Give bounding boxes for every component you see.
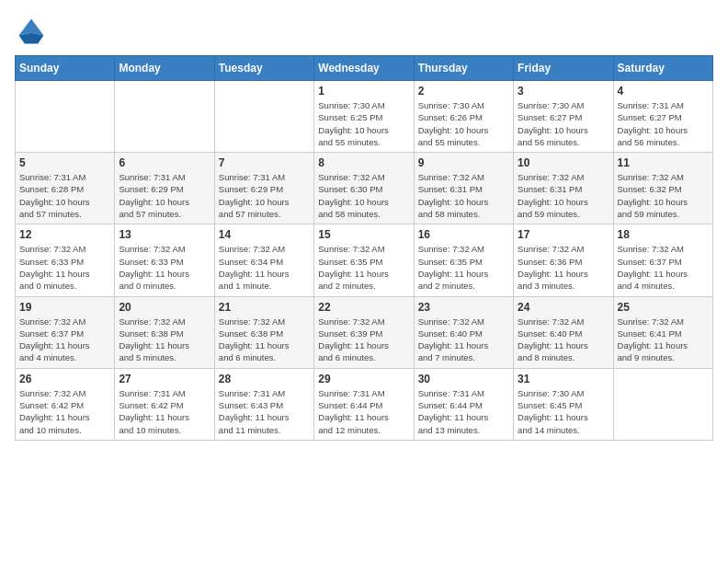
day-number: 5 [19, 156, 110, 169]
calendar-header-friday: Friday [514, 56, 613, 81]
day-number: 12 [19, 228, 110, 241]
calendar-cell [613, 368, 712, 440]
calendar-cell: 18Sunrise: 7:32 AM Sunset: 6:37 PM Dayli… [613, 224, 712, 296]
day-info: Sunrise: 7:31 AM Sunset: 6:28 PM Dayligh… [19, 171, 110, 220]
calendar-week-row: 12Sunrise: 7:32 AM Sunset: 6:33 PM Dayli… [16, 224, 713, 296]
calendar-cell: 17Sunrise: 7:32 AM Sunset: 6:36 PM Dayli… [514, 224, 613, 296]
calendar-cell: 21Sunrise: 7:32 AM Sunset: 6:38 PM Dayli… [214, 296, 313, 368]
day-number: 13 [119, 228, 210, 241]
calendar-cell: 28Sunrise: 7:31 AM Sunset: 6:43 PM Dayli… [214, 368, 313, 440]
calendar-cell: 24Sunrise: 7:32 AM Sunset: 6:40 PM Dayli… [514, 296, 613, 368]
day-number: 29 [318, 373, 409, 385]
day-number: 1 [318, 85, 409, 98]
calendar-cell: 25Sunrise: 7:32 AM Sunset: 6:41 PM Dayli… [613, 296, 712, 368]
calendar-cell: 20Sunrise: 7:32 AM Sunset: 6:38 PM Dayli… [115, 296, 214, 368]
logo [15, 15, 53, 48]
day-info: Sunrise: 7:32 AM Sunset: 6:31 PM Dayligh… [418, 171, 509, 220]
calendar-cell: 23Sunrise: 7:32 AM Sunset: 6:40 PM Dayli… [414, 296, 513, 368]
day-info: Sunrise: 7:32 AM Sunset: 6:41 PM Dayligh… [618, 316, 709, 364]
day-number: 2 [418, 85, 509, 98]
day-number: 24 [518, 301, 609, 314]
day-number: 11 [618, 156, 709, 169]
calendar-cell: 26Sunrise: 7:32 AM Sunset: 6:42 PM Dayli… [16, 368, 115, 440]
day-info: Sunrise: 7:32 AM Sunset: 6:30 PM Dayligh… [318, 171, 409, 220]
calendar-cell: 9Sunrise: 7:32 AM Sunset: 6:31 PM Daylig… [414, 153, 513, 224]
day-info: Sunrise: 7:32 AM Sunset: 6:36 PM Dayligh… [518, 243, 609, 292]
day-number: 16 [418, 228, 509, 241]
calendar-cell: 31Sunrise: 7:30 AM Sunset: 6:45 PM Dayli… [514, 368, 613, 440]
day-number: 14 [219, 228, 310, 241]
day-info: Sunrise: 7:31 AM Sunset: 6:44 PM Dayligh… [418, 387, 509, 436]
calendar-cell: 14Sunrise: 7:32 AM Sunset: 6:34 PM Dayli… [214, 224, 313, 296]
calendar-cell: 7Sunrise: 7:31 AM Sunset: 6:29 PM Daylig… [214, 153, 313, 224]
day-number: 18 [618, 228, 709, 241]
day-info: Sunrise: 7:32 AM Sunset: 6:40 PM Dayligh… [418, 316, 509, 364]
calendar-cell [16, 81, 115, 153]
day-number: 21 [219, 301, 310, 314]
day-info: Sunrise: 7:32 AM Sunset: 6:31 PM Dayligh… [518, 171, 609, 220]
calendar-cell [214, 81, 313, 153]
day-number: 25 [618, 301, 709, 314]
calendar-cell: 6Sunrise: 7:31 AM Sunset: 6:29 PM Daylig… [115, 153, 214, 224]
calendar-cell: 11Sunrise: 7:32 AM Sunset: 6:32 PM Dayli… [613, 153, 712, 224]
day-number: 28 [219, 373, 310, 385]
calendar-week-row: 5Sunrise: 7:31 AM Sunset: 6:28 PM Daylig… [16, 153, 713, 224]
calendar-cell: 27Sunrise: 7:31 AM Sunset: 6:42 PM Dayli… [115, 368, 214, 440]
day-number: 31 [518, 373, 609, 385]
day-info: Sunrise: 7:32 AM Sunset: 6:33 PM Dayligh… [19, 243, 110, 292]
calendar-cell: 13Sunrise: 7:32 AM Sunset: 6:33 PM Dayli… [115, 224, 214, 296]
day-number: 6 [119, 156, 210, 169]
day-number: 30 [418, 373, 509, 385]
day-number: 8 [318, 156, 409, 169]
calendar-cell: 22Sunrise: 7:32 AM Sunset: 6:39 PM Dayli… [314, 296, 414, 368]
calendar-cell: 16Sunrise: 7:32 AM Sunset: 6:35 PM Dayli… [414, 224, 513, 296]
day-info: Sunrise: 7:31 AM Sunset: 6:27 PM Dayligh… [618, 99, 709, 148]
day-info: Sunrise: 7:32 AM Sunset: 6:39 PM Dayligh… [318, 316, 409, 364]
calendar-week-row: 26Sunrise: 7:32 AM Sunset: 6:42 PM Dayli… [16, 368, 713, 440]
day-info: Sunrise: 7:32 AM Sunset: 6:37 PM Dayligh… [19, 316, 110, 364]
calendar-header-tuesday: Tuesday [214, 56, 313, 81]
calendar-week-row: 19Sunrise: 7:32 AM Sunset: 6:37 PM Dayli… [16, 296, 713, 368]
calendar-header-saturday: Saturday [613, 56, 712, 81]
day-info: Sunrise: 7:30 AM Sunset: 6:26 PM Dayligh… [418, 99, 509, 148]
day-info: Sunrise: 7:31 AM Sunset: 6:42 PM Dayligh… [119, 387, 210, 436]
calendar-header-wednesday: Wednesday [314, 56, 414, 81]
day-info: Sunrise: 7:31 AM Sunset: 6:29 PM Dayligh… [219, 171, 310, 220]
day-info: Sunrise: 7:32 AM Sunset: 6:35 PM Dayligh… [318, 243, 409, 292]
day-info: Sunrise: 7:30 AM Sunset: 6:25 PM Dayligh… [318, 99, 409, 148]
page-header [15, 15, 713, 48]
calendar-cell: 30Sunrise: 7:31 AM Sunset: 6:44 PM Dayli… [414, 368, 513, 440]
day-number: 7 [219, 156, 310, 169]
calendar-cell: 1Sunrise: 7:30 AM Sunset: 6:25 PM Daylig… [314, 81, 414, 153]
day-number: 10 [518, 156, 609, 169]
day-info: Sunrise: 7:31 AM Sunset: 6:29 PM Dayligh… [119, 171, 210, 220]
day-info: Sunrise: 7:32 AM Sunset: 6:42 PM Dayligh… [19, 387, 110, 436]
day-info: Sunrise: 7:32 AM Sunset: 6:35 PM Dayligh… [418, 243, 509, 292]
calendar-cell: 29Sunrise: 7:31 AM Sunset: 6:44 PM Dayli… [314, 368, 414, 440]
day-info: Sunrise: 7:31 AM Sunset: 6:43 PM Dayligh… [219, 387, 310, 436]
day-number: 9 [418, 156, 509, 169]
calendar-header-sunday: Sunday [16, 56, 115, 81]
calendar-header-row: SundayMondayTuesdayWednesdayThursdayFrid… [16, 56, 713, 81]
calendar-cell: 12Sunrise: 7:32 AM Sunset: 6:33 PM Dayli… [16, 224, 115, 296]
calendar-cell: 8Sunrise: 7:32 AM Sunset: 6:30 PM Daylig… [314, 153, 414, 224]
day-number: 3 [518, 85, 609, 98]
day-info: Sunrise: 7:32 AM Sunset: 6:32 PM Dayligh… [618, 171, 709, 220]
calendar-table: SundayMondayTuesdayWednesdayThursdayFrid… [15, 55, 713, 441]
day-info: Sunrise: 7:31 AM Sunset: 6:44 PM Dayligh… [318, 387, 409, 436]
day-number: 17 [518, 228, 609, 241]
day-number: 20 [119, 301, 210, 314]
day-info: Sunrise: 7:32 AM Sunset: 6:37 PM Dayligh… [618, 243, 709, 292]
day-number: 15 [318, 228, 409, 241]
day-number: 22 [318, 301, 409, 314]
day-info: Sunrise: 7:32 AM Sunset: 6:33 PM Dayligh… [119, 243, 210, 292]
calendar-cell: 19Sunrise: 7:32 AM Sunset: 6:37 PM Dayli… [16, 296, 115, 368]
day-number: 4 [618, 85, 709, 98]
day-number: 27 [119, 373, 210, 385]
day-number: 26 [19, 373, 110, 385]
calendar-cell [115, 81, 214, 153]
calendar-header-thursday: Thursday [414, 56, 513, 81]
day-info: Sunrise: 7:30 AM Sunset: 6:27 PM Dayligh… [518, 99, 609, 148]
calendar-cell: 10Sunrise: 7:32 AM Sunset: 6:31 PM Dayli… [514, 153, 613, 224]
calendar-week-row: 1Sunrise: 7:30 AM Sunset: 6:25 PM Daylig… [16, 81, 713, 153]
